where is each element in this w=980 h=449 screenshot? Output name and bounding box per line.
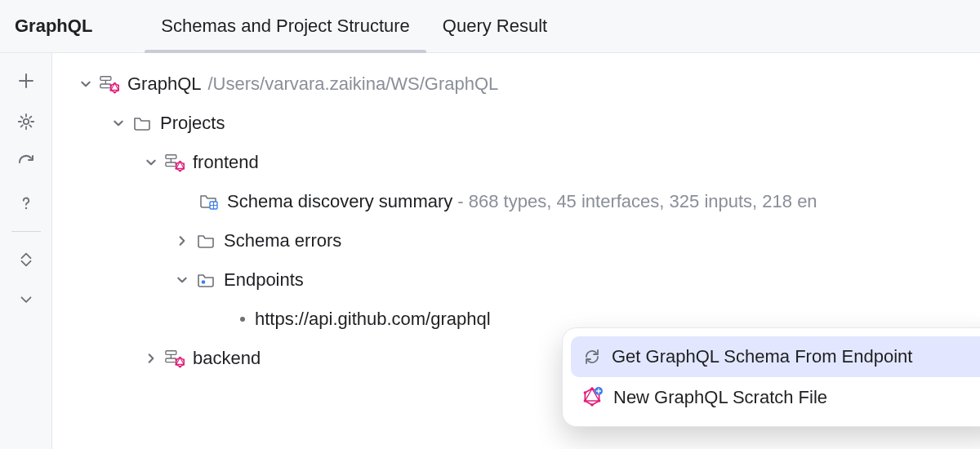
svg-point-0 (23, 119, 28, 124)
tree-node-label: frontend (193, 152, 259, 173)
folder-icon (196, 231, 216, 251)
svg-point-19 (175, 163, 177, 166)
endpoints-folder-icon (196, 270, 216, 290)
svg-point-32 (590, 387, 594, 390)
svg-point-10 (109, 85, 112, 87)
chevron-down-icon[interactable] (175, 273, 189, 287)
tree-root-path: /Users/varvara.zaikina/WS/GraphQL (208, 73, 499, 95)
svg-point-5 (114, 82, 116, 85)
bullet-icon (240, 317, 245, 322)
collapse-icon (17, 291, 35, 309)
chevron-right-icon[interactable] (175, 233, 189, 248)
svg-point-35 (590, 403, 594, 407)
context-menu: Get GraphQL Schema From Endpoint New Gra… (562, 327, 980, 427)
svg-point-1 (24, 207, 26, 209)
expand-icon (17, 251, 35, 269)
tree-node-schema-errors[interactable]: Schema errors (52, 221, 980, 260)
refresh-button[interactable] (7, 144, 46, 180)
svg-rect-11 (166, 155, 176, 159)
tree-node-label: Schema errors (224, 230, 341, 251)
tree-node-label: Projects (160, 113, 225, 134)
svg-point-17 (179, 170, 181, 172)
svg-rect-23 (166, 358, 176, 362)
expand-button[interactable] (7, 242, 46, 278)
graphql-project-icon (165, 153, 185, 172)
svg-point-14 (179, 161, 181, 163)
settings-button[interactable] (7, 104, 46, 140)
folder-icon (132, 113, 152, 133)
tab-query-result[interactable]: Query Result (426, 0, 564, 52)
svg-point-30 (175, 359, 177, 362)
menu-item-label: Get GraphQL Schema From Endpoint (612, 346, 912, 367)
chevron-down-icon[interactable] (78, 77, 93, 91)
svg-point-28 (179, 366, 181, 368)
svg-point-36 (584, 399, 587, 402)
add-button[interactable] (7, 63, 46, 99)
refresh-icon (16, 153, 36, 172)
gear-icon (16, 112, 36, 131)
graphql-project-icon (100, 74, 119, 94)
svg-rect-12 (166, 162, 176, 167)
tree-node-schema-summary[interactable]: Schema discovery summary - 868 types, 45… (52, 182, 980, 221)
graphql-project-icon (165, 349, 185, 368)
svg-rect-2 (100, 77, 111, 81)
tab-schemas[interactable]: Schemas and Project Structure (145, 0, 425, 52)
svg-rect-3 (100, 84, 111, 88)
collapse-button[interactable] (7, 282, 46, 318)
tree-node-label: Schema discovery summary (227, 191, 452, 212)
tree-node-label: GraphQL (127, 73, 202, 95)
refresh-link-icon (582, 347, 602, 367)
endpoint-url: https://api.github.com/graphql (255, 309, 491, 330)
menu-item-get-schema[interactable]: Get GraphQL Schema From Endpoint (571, 336, 980, 377)
graphql-new-icon (582, 387, 604, 408)
schema-stats: - 868 types, 45 interfaces, 325 inputs, … (457, 191, 817, 212)
plus-icon (16, 71, 36, 91)
svg-point-37 (584, 391, 587, 394)
tree-node-label: Endpoints (224, 269, 304, 291)
svg-point-8 (114, 91, 116, 94)
toolbar-separator (11, 231, 41, 232)
help-button[interactable] (7, 185, 46, 221)
project-tree: GraphQL /Users/varvara.zaikina/WS/GraphQ… (52, 53, 980, 449)
tree-node-frontend[interactable]: frontend (52, 143, 980, 182)
tool-window-title: GraphQL (15, 16, 145, 37)
question-icon (17, 194, 35, 212)
left-toolbar (0, 53, 52, 449)
svg-point-34 (598, 399, 601, 402)
tree-root[interactable]: GraphQL /Users/varvara.zaikina/WS/GraphQ… (52, 64, 980, 104)
svg-rect-22 (166, 351, 176, 355)
schema-folder-icon (199, 192, 219, 211)
tree-node-label: backend (193, 348, 261, 369)
tree-node-projects[interactable]: Projects (52, 104, 980, 143)
chevron-down-icon[interactable] (111, 116, 126, 131)
menu-item-new-scratch[interactable]: New GraphQL Scratch File (571, 377, 980, 418)
svg-point-21 (202, 280, 206, 284)
chevron-right-icon[interactable] (144, 351, 158, 366)
svg-point-9 (109, 89, 112, 91)
svg-point-29 (175, 363, 177, 366)
tab-bar: GraphQL Schemas and Project Structure Qu… (0, 0, 980, 52)
svg-point-25 (179, 357, 181, 359)
tree-node-endpoints[interactable]: Endpoints (52, 260, 980, 300)
svg-point-18 (175, 167, 177, 170)
menu-item-label: New GraphQL Scratch File (613, 387, 827, 408)
chevron-down-icon[interactable] (144, 155, 158, 170)
